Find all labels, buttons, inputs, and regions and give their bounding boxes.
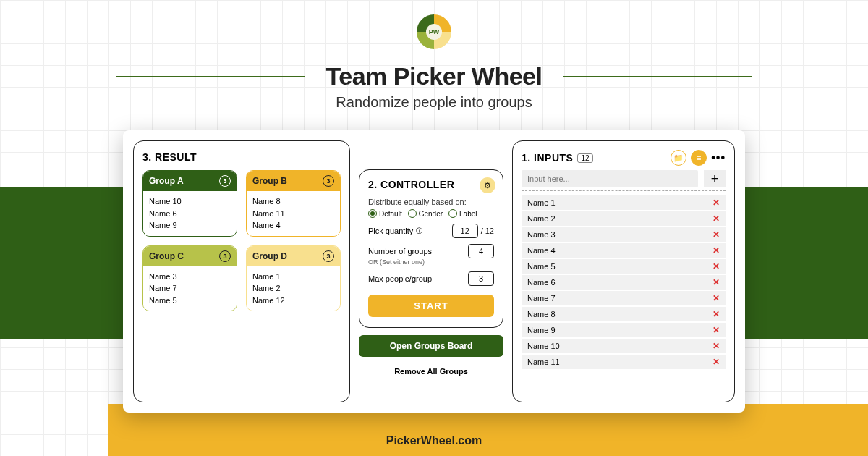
delete-icon[interactable]: ✕ (712, 357, 720, 367)
group-member: Name 11 (252, 208, 334, 220)
group-count-badge: 3 (219, 250, 231, 262)
list-item[interactable]: Name 9✕ (522, 323, 726, 337)
list-item[interactable]: Name 4✕ (522, 243, 726, 258)
group-name: Group C (149, 251, 184, 261)
distribute-label: Distribute equally based on: (368, 198, 494, 206)
group-box: Group B3Name 8Name 11Name 4 (246, 170, 341, 237)
list-icon[interactable]: ≡ (691, 150, 707, 166)
delete-icon[interactable]: ✕ (712, 198, 720, 208)
list-item[interactable]: Name 10✕ (522, 339, 726, 353)
num-groups-input[interactable] (468, 244, 494, 258)
list-item[interactable]: Name 2✕ (522, 211, 726, 226)
delete-icon[interactable]: ✕ (712, 261, 720, 271)
folder-icon[interactable]: 📁 (671, 150, 686, 166)
delete-icon[interactable]: ✕ (712, 214, 720, 224)
delete-icon[interactable]: ✕ (712, 325, 720, 335)
radio-gender[interactable] (408, 209, 417, 218)
list-item[interactable]: Name 1✕ (522, 195, 726, 210)
controller-title: 2. CONTROLLER (368, 179, 494, 190)
list-item[interactable]: Name 8✕ (522, 307, 726, 321)
group-name: Group B (252, 176, 287, 186)
group-box: Group A3Name 10Name 6Name 9 (142, 170, 237, 237)
list-item-label: Name 2 (527, 214, 556, 223)
list-item-label: Name 11 (527, 358, 560, 366)
list-item-label: Name 4 (527, 246, 556, 255)
app-logo (417, 14, 451, 49)
group-member: Name 3 (149, 271, 231, 283)
delete-icon[interactable]: ✕ (712, 229, 720, 240)
max-people-label: Max people/group (368, 274, 432, 283)
radio-label: Default (379, 210, 402, 218)
num-groups-label: Number of groups (368, 247, 432, 256)
group-member: Name 2 (252, 282, 334, 295)
delete-icon[interactable]: ✕ (712, 341, 720, 351)
delete-icon[interactable]: ✕ (712, 293, 720, 303)
radio-default[interactable] (368, 209, 377, 218)
start-button[interactable]: START (368, 295, 494, 317)
list-item[interactable]: Name 6✕ (522, 275, 726, 290)
controller-panel: ⚙ 2. CONTROLLER Distribute equally based… (359, 169, 503, 328)
group-count-badge: 3 (323, 175, 334, 187)
group-name: Group D (252, 251, 287, 261)
group-member: Name 6 (149, 208, 231, 220)
title-row: Team Picker Wheel (0, 62, 868, 90)
delete-icon[interactable]: ✕ (712, 277, 720, 287)
group-box: Group C3Name 3Name 7Name 5 (142, 245, 237, 312)
radio-label: Gender (419, 210, 443, 218)
group-member: Name 4 (252, 219, 334, 232)
group-box: Group D3Name 1Name 2Name 12 (246, 245, 341, 312)
page-title: Team Picker Wheel (326, 62, 542, 90)
group-member: Name 10 (149, 195, 231, 208)
footer-link[interactable]: PickerWheel.com (0, 434, 868, 447)
more-icon[interactable]: ••• (711, 151, 726, 164)
radio-label: Label (459, 210, 477, 218)
list-item-label: Name 3 (527, 230, 556, 239)
group-member: Name 1 (252, 271, 334, 283)
open-groups-board-button[interactable]: Open Groups Board (359, 335, 503, 357)
group-member: Name 9 (149, 219, 231, 232)
add-button[interactable]: + (704, 170, 726, 187)
group-count-badge: 3 (219, 175, 231, 187)
result-title: 3. RESULT (142, 151, 341, 163)
radio-label[interactable] (448, 209, 457, 218)
divider (522, 190, 726, 191)
list-item-label: Name 6 (527, 278, 556, 287)
result-panel: 3. RESULT Group A3Name 10Name 6Name 9Gro… (133, 140, 350, 402)
list-item-label: Name 8 (527, 310, 556, 318)
max-people-input[interactable] (468, 271, 494, 286)
pick-quantity-label: Pick quantity (368, 227, 413, 235)
list-item[interactable]: Name 11✕ (522, 355, 726, 369)
list-item-label: Name 9 (527, 326, 556, 334)
input-name-field[interactable] (522, 170, 698, 187)
decorative-line (563, 76, 752, 77)
group-member: Name 5 (149, 295, 231, 307)
list-item[interactable]: Name 3✕ (522, 227, 726, 242)
or-note: OR (Set either one) (368, 258, 494, 266)
list-item-label: Name 10 (527, 342, 560, 350)
pick-quantity-total: / 12 (481, 227, 494, 235)
inputs-count: 12 (577, 153, 592, 163)
group-member: Name 8 (252, 195, 334, 208)
settings-icon[interactable]: ⚙ (480, 177, 495, 193)
group-member: Name 7 (149, 282, 231, 295)
list-item[interactable]: Name 7✕ (522, 291, 726, 305)
list-item-label: Name 7 (527, 294, 556, 303)
pick-quantity-input[interactable] (452, 224, 478, 238)
app-card: 3. RESULT Group A3Name 10Name 6Name 9Gro… (123, 130, 745, 413)
group-member: Name 12 (252, 295, 334, 307)
inputs-panel: 1. INPUTS 12 📁 ≡ ••• + Name 1✕Name 2✕Nam… (512, 140, 735, 402)
delete-icon[interactable]: ✕ (712, 309, 720, 319)
list-item[interactable]: Name 5✕ (522, 259, 726, 274)
group-name: Group A (149, 176, 184, 186)
group-count-badge: 3 (323, 250, 334, 262)
page-subtitle: Randomize people into groups (0, 94, 868, 111)
decorative-line (116, 76, 305, 77)
list-item-label: Name 1 (527, 198, 556, 207)
delete-icon[interactable]: ✕ (712, 245, 720, 256)
list-item-label: Name 5 (527, 262, 556, 271)
inputs-title: 1. INPUTS (522, 152, 573, 164)
remove-all-groups-button[interactable]: Remove All Groups (359, 364, 503, 379)
